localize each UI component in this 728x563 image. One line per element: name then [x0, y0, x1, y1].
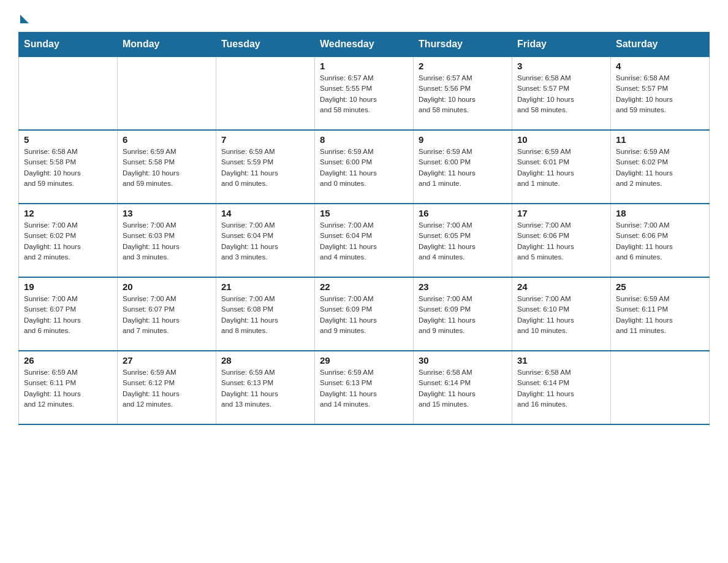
calendar-cell: 7Sunrise: 6:59 AMSunset: 5:59 PMDaylight…: [216, 130, 315, 204]
day-number: 4: [616, 61, 704, 71]
calendar-cell: 11Sunrise: 6:59 AMSunset: 6:02 PMDayligh…: [611, 130, 710, 204]
day-number: 5: [24, 134, 112, 145]
day-number: 13: [123, 208, 211, 218]
calendar-week-4: 19Sunrise: 7:00 AMSunset: 6:07 PMDayligh…: [19, 277, 710, 351]
calendar-cell: 27Sunrise: 6:59 AMSunset: 6:12 PMDayligh…: [118, 351, 216, 424]
day-info: Sunrise: 6:59 AMSunset: 6:13 PMDaylight:…: [221, 367, 309, 410]
calendar-cell: 22Sunrise: 7:00 AMSunset: 6:09 PMDayligh…: [315, 277, 414, 351]
day-number: 16: [419, 208, 507, 218]
calendar-cell: 16Sunrise: 7:00 AMSunset: 6:05 PMDayligh…: [414, 204, 512, 277]
day-info: Sunrise: 7:00 AMSunset: 6:02 PMDaylight:…: [24, 220, 112, 262]
day-number: 25: [616, 282, 704, 292]
day-number: 17: [517, 208, 605, 218]
calendar-cell: 30Sunrise: 6:58 AMSunset: 6:14 PMDayligh…: [414, 351, 512, 424]
day-info: Sunrise: 6:58 AMSunset: 5:57 PMDaylight:…: [616, 73, 704, 115]
day-number: 19: [24, 282, 112, 292]
day-info: Sunrise: 6:59 AMSunset: 6:02 PMDaylight:…: [616, 147, 704, 189]
logo-arrow-icon: [20, 15, 29, 23]
weekday-header-thursday: Thursday: [414, 33, 512, 57]
calendar-week-1: 1Sunrise: 6:57 AMSunset: 5:55 PMDaylight…: [19, 56, 710, 130]
day-number: 1: [320, 61, 408, 71]
calendar-cell: 15Sunrise: 7:00 AMSunset: 6:04 PMDayligh…: [315, 204, 414, 277]
weekday-header-monday: Monday: [118, 33, 216, 57]
weekday-header-saturday: Saturday: [611, 33, 710, 57]
day-number: 9: [419, 134, 507, 145]
day-info: Sunrise: 6:59 AMSunset: 6:11 PMDaylight:…: [616, 294, 704, 336]
weekday-header-friday: Friday: [512, 33, 611, 57]
day-info: Sunrise: 6:58 AMSunset: 5:58 PMDaylight:…: [24, 147, 112, 189]
calendar-cell: [19, 56, 118, 130]
day-number: 15: [320, 208, 408, 218]
calendar-cell: 18Sunrise: 7:00 AMSunset: 6:06 PMDayligh…: [611, 204, 710, 277]
day-info: Sunrise: 6:57 AMSunset: 5:55 PMDaylight:…: [320, 73, 408, 115]
day-number: 8: [320, 134, 408, 145]
day-info: Sunrise: 6:59 AMSunset: 5:59 PMDaylight:…: [221, 147, 309, 189]
calendar-week-2: 5Sunrise: 6:58 AMSunset: 5:58 PMDaylight…: [19, 130, 710, 204]
calendar-cell: 4Sunrise: 6:58 AMSunset: 5:57 PMDaylight…: [611, 56, 710, 130]
weekday-header-tuesday: Tuesday: [216, 33, 315, 57]
page-header: [18, 12, 710, 21]
calendar-cell: 13Sunrise: 7:00 AMSunset: 6:03 PMDayligh…: [118, 204, 216, 277]
day-info: Sunrise: 7:00 AMSunset: 6:06 PMDaylight:…: [616, 220, 704, 262]
day-number: 6: [123, 134, 211, 145]
calendar-week-3: 12Sunrise: 7:00 AMSunset: 6:02 PMDayligh…: [19, 204, 710, 277]
day-number: 27: [123, 355, 211, 366]
day-number: 7: [221, 134, 309, 145]
calendar-cell: 31Sunrise: 6:58 AMSunset: 6:14 PMDayligh…: [512, 351, 611, 424]
day-info: Sunrise: 6:58 AMSunset: 5:57 PMDaylight:…: [517, 73, 605, 115]
day-number: 14: [221, 208, 309, 218]
day-number: 20: [123, 282, 211, 292]
day-info: Sunrise: 6:59 AMSunset: 6:12 PMDaylight:…: [123, 367, 211, 410]
day-number: 24: [517, 282, 605, 292]
day-info: Sunrise: 7:00 AMSunset: 6:07 PMDaylight:…: [24, 294, 112, 336]
calendar-cell: 17Sunrise: 7:00 AMSunset: 6:06 PMDayligh…: [512, 204, 611, 277]
calendar-cell: [216, 56, 315, 130]
logo: [18, 12, 29, 21]
day-number: 26: [24, 355, 112, 366]
calendar-cell: 2Sunrise: 6:57 AMSunset: 5:56 PMDaylight…: [414, 56, 512, 130]
day-number: 29: [320, 355, 408, 366]
calendar-cell: 28Sunrise: 6:59 AMSunset: 6:13 PMDayligh…: [216, 351, 315, 424]
calendar-cell: 5Sunrise: 6:58 AMSunset: 5:58 PMDaylight…: [19, 130, 118, 204]
day-info: Sunrise: 6:59 AMSunset: 6:01 PMDaylight:…: [517, 147, 605, 189]
weekday-header-row: SundayMondayTuesdayWednesdayThursdayFrid…: [19, 33, 710, 57]
day-number: 28: [221, 355, 309, 366]
day-info: Sunrise: 7:00 AMSunset: 6:07 PMDaylight:…: [123, 294, 211, 336]
day-info: Sunrise: 7:00 AMSunset: 6:08 PMDaylight:…: [221, 294, 309, 336]
calendar-cell: 3Sunrise: 6:58 AMSunset: 5:57 PMDaylight…: [512, 56, 611, 130]
calendar-cell: [118, 56, 216, 130]
day-info: Sunrise: 7:00 AMSunset: 6:09 PMDaylight:…: [419, 294, 507, 336]
day-number: 12: [24, 208, 112, 218]
calendar-table: SundayMondayTuesdayWednesdayThursdayFrid…: [18, 32, 710, 425]
weekday-header-wednesday: Wednesday: [315, 33, 414, 57]
calendar-cell: 29Sunrise: 6:59 AMSunset: 6:13 PMDayligh…: [315, 351, 414, 424]
calendar-cell: 24Sunrise: 7:00 AMSunset: 6:10 PMDayligh…: [512, 277, 611, 351]
calendar-cell: 25Sunrise: 6:59 AMSunset: 6:11 PMDayligh…: [611, 277, 710, 351]
calendar-cell: 20Sunrise: 7:00 AMSunset: 6:07 PMDayligh…: [118, 277, 216, 351]
calendar-week-5: 26Sunrise: 6:59 AMSunset: 6:11 PMDayligh…: [19, 351, 710, 424]
day-number: 30: [419, 355, 507, 366]
calendar-cell: 21Sunrise: 7:00 AMSunset: 6:08 PMDayligh…: [216, 277, 315, 351]
calendar-cell: 12Sunrise: 7:00 AMSunset: 6:02 PMDayligh…: [19, 204, 118, 277]
calendar-cell: 9Sunrise: 6:59 AMSunset: 6:00 PMDaylight…: [414, 130, 512, 204]
calendar-cell: 14Sunrise: 7:00 AMSunset: 6:04 PMDayligh…: [216, 204, 315, 277]
day-number: 3: [517, 61, 605, 71]
day-info: Sunrise: 6:58 AMSunset: 6:14 PMDaylight:…: [517, 367, 605, 410]
calendar-cell: 8Sunrise: 6:59 AMSunset: 6:00 PMDaylight…: [315, 130, 414, 204]
day-number: 11: [616, 134, 704, 145]
calendar-cell: 6Sunrise: 6:59 AMSunset: 5:58 PMDaylight…: [118, 130, 216, 204]
day-info: Sunrise: 6:59 AMSunset: 6:11 PMDaylight:…: [24, 367, 112, 410]
calendar-cell: 26Sunrise: 6:59 AMSunset: 6:11 PMDayligh…: [19, 351, 118, 424]
day-number: 18: [616, 208, 704, 218]
day-number: 21: [221, 282, 309, 292]
day-info: Sunrise: 6:59 AMSunset: 6:00 PMDaylight:…: [320, 147, 408, 189]
day-info: Sunrise: 6:59 AMSunset: 6:00 PMDaylight:…: [419, 147, 507, 189]
calendar-cell: [611, 351, 710, 424]
day-info: Sunrise: 6:59 AMSunset: 6:13 PMDaylight:…: [320, 367, 408, 410]
day-info: Sunrise: 7:00 AMSunset: 6:04 PMDaylight:…: [320, 220, 408, 262]
calendar-cell: 19Sunrise: 7:00 AMSunset: 6:07 PMDayligh…: [19, 277, 118, 351]
day-number: 23: [419, 282, 507, 292]
calendar-cell: 1Sunrise: 6:57 AMSunset: 5:55 PMDaylight…: [315, 56, 414, 130]
day-number: 10: [517, 134, 605, 145]
day-info: Sunrise: 6:58 AMSunset: 6:14 PMDaylight:…: [419, 367, 507, 410]
